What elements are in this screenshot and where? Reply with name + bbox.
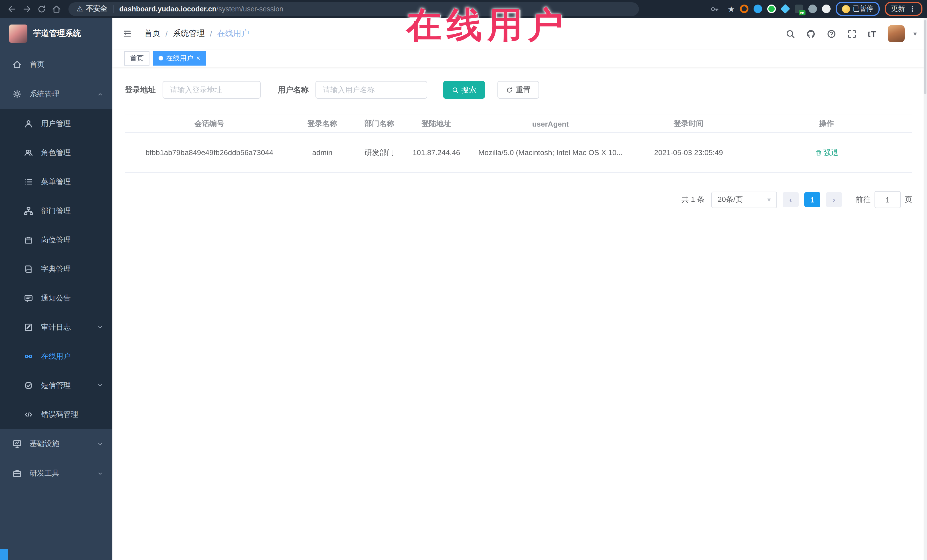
reset-button[interactable]: 重置 xyxy=(497,81,539,99)
sidebar-item-7[interactable]: 字典管理 xyxy=(0,254,112,284)
security-label: 不安全 xyxy=(86,4,107,14)
sidebar-item-8[interactable]: 通知公告 xyxy=(0,284,112,313)
goto-label: 前往 xyxy=(856,194,871,205)
sidebar-item-14[interactable]: 研发工具 xyxy=(0,458,112,488)
security-chip[interactable]: ⚠ 不安全 xyxy=(76,4,107,14)
ext-translate-icon[interactable]: en xyxy=(795,5,803,13)
fullscreen-icon[interactable] xyxy=(847,29,857,38)
help-icon[interactable] xyxy=(827,29,836,38)
sidebar-item-5[interactable]: 部门管理 xyxy=(0,196,112,225)
prev-page-button[interactable]: ‹ xyxy=(783,192,799,207)
browser-menu-icon[interactable]: ⋮ xyxy=(909,5,916,13)
column-header: 操作 xyxy=(741,115,912,133)
sidebar-item-6[interactable]: 岗位管理 xyxy=(0,225,112,254)
code-icon xyxy=(24,410,33,419)
url-text: dashboard.yudao.iocoder.cn/system/user-s… xyxy=(119,5,283,13)
cell-agent: Mozilla/5.0 (Macintosh; Intel Mac OS X 1… xyxy=(465,133,636,173)
reload-icon[interactable] xyxy=(34,2,49,16)
next-page-button[interactable]: › xyxy=(826,192,842,207)
sidebar-item-12[interactable]: 错误码管理 xyxy=(0,400,112,429)
name-input[interactable] xyxy=(316,81,427,99)
tag-close-icon[interactable]: × xyxy=(196,55,200,62)
sidebar-item-11[interactable]: 短信管理 xyxy=(0,371,112,400)
pagination-total: 共 1 条 xyxy=(681,194,705,205)
menu-list-icon xyxy=(24,177,33,186)
tag-dot-icon xyxy=(159,56,163,61)
ext-blue-drop-icon[interactable] xyxy=(754,5,762,13)
logo-image xyxy=(9,24,27,43)
sidebar-item-13[interactable]: 基础设施 xyxy=(0,429,112,458)
column-header: 部门名称 xyxy=(351,115,408,133)
chevron-down-icon xyxy=(97,470,103,477)
update-button[interactable]: 更新 ⋮ xyxy=(885,2,922,16)
search-button[interactable]: 搜索 xyxy=(443,81,485,99)
tag-item[interactable]: 首页 xyxy=(125,51,149,65)
pagination: 共 1 条 20条/页 ▼ ‹ 1 › 前往 页 xyxy=(125,191,912,208)
paused-profile-pill[interactable]: 已暂停 xyxy=(836,2,880,16)
paused-label: 已暂停 xyxy=(853,4,873,14)
sidebar-item-label: 通知公告 xyxy=(41,293,71,303)
breadcrumb-separator: / xyxy=(166,29,168,38)
cell-addr: 101.87.244.46 xyxy=(408,133,465,173)
notice-icon xyxy=(24,293,33,302)
sidebar-item-label: 角色管理 xyxy=(41,147,71,158)
key-icon[interactable] xyxy=(708,2,722,16)
page-1-button[interactable]: 1 xyxy=(804,192,820,207)
emoji-paused-icon xyxy=(842,5,850,13)
breadcrumb-separator: / xyxy=(210,29,212,38)
sidebar-item-label: 在线用户 xyxy=(41,351,71,361)
sidebar-item-3[interactable]: 角色管理 xyxy=(0,138,112,167)
column-header: 登录名称 xyxy=(294,115,351,133)
gear-icon xyxy=(12,90,22,99)
chevron-down-icon xyxy=(97,440,103,447)
url-host: dashboard.yudao.iocoder.cn xyxy=(119,5,216,13)
cell-time: 2021-05-03 23:05:49 xyxy=(636,133,741,173)
breadcrumb-item[interactable]: 系统管理 xyxy=(173,29,205,39)
ext-gray-icon[interactable] xyxy=(808,5,817,13)
sidebar-item-10[interactable]: 在线用户 xyxy=(0,341,112,371)
sidebar-item-1[interactable]: 系统管理 xyxy=(0,79,112,109)
ext-green-circle-icon[interactable] xyxy=(767,5,776,13)
browser-home-icon[interactable] xyxy=(49,2,64,16)
search-icon[interactable] xyxy=(786,29,795,38)
table-row: bfbb1ab79ba849e49fb26ddb56a73044admin研发部… xyxy=(125,133,912,173)
sidebar-item-label: 短信管理 xyxy=(41,380,71,390)
sidebar-item-9[interactable]: 审计日志 xyxy=(0,313,112,341)
ext-puzzle-icon[interactable] xyxy=(822,5,831,13)
avatar[interactable] xyxy=(887,25,905,42)
addr-input[interactable] xyxy=(163,81,261,99)
cell-dept: 研发部门 xyxy=(351,133,408,173)
ext-lang-badge: en xyxy=(799,10,805,15)
sidebar-item-label: 系统管理 xyxy=(30,89,59,99)
bookmark-star-icon[interactable]: ★ xyxy=(728,4,735,14)
back-icon[interactable] xyxy=(5,2,20,16)
forward-icon[interactable] xyxy=(20,2,34,16)
addr-label: 登录地址 xyxy=(125,85,156,95)
breadcrumb-item: 在线用户 xyxy=(217,29,249,39)
tag-active[interactable]: 在线用户× xyxy=(153,51,206,65)
sidebar-item-0[interactable]: 首页 xyxy=(0,50,112,79)
users-icon xyxy=(24,148,33,157)
divider xyxy=(113,5,114,13)
sidebar-menu: 首页系统管理用户管理角色管理菜单管理部门管理岗位管理字典管理通知公告审计日志在线… xyxy=(0,50,112,560)
caret-down-icon[interactable]: ▼ xyxy=(912,30,918,37)
search-icon xyxy=(452,87,459,93)
goto-page-input[interactable] xyxy=(874,191,901,208)
page-size-select[interactable]: 20条/页 ▼ xyxy=(711,191,777,208)
page-scrollbar[interactable] xyxy=(924,18,927,560)
sidebar-item-2[interactable]: 用户管理 xyxy=(0,109,112,138)
sidebar-logo[interactable]: 芋道管理系统 xyxy=(0,18,112,50)
force-logout-button[interactable]: 强退 xyxy=(815,147,838,158)
chevron-down-icon xyxy=(97,382,103,389)
ext-blue-diamond-icon[interactable] xyxy=(780,4,790,14)
org-tree-icon xyxy=(24,206,33,215)
hamburger-icon[interactable] xyxy=(123,29,132,38)
breadcrumb-item[interactable]: 首页 xyxy=(144,29,160,39)
github-icon[interactable] xyxy=(806,29,816,38)
sidebar-item-label: 基础设施 xyxy=(30,439,59,449)
ext-orange-ring-icon[interactable] xyxy=(740,5,748,13)
sessions-table: 会话编号登录名称部门名称登陆地址userAgent登录时间操作 bfbb1ab7… xyxy=(125,115,912,173)
monitor-icon xyxy=(12,439,22,448)
sidebar-item-4[interactable]: 菜单管理 xyxy=(0,167,112,196)
textsize-icon[interactable]: tT xyxy=(868,29,877,38)
